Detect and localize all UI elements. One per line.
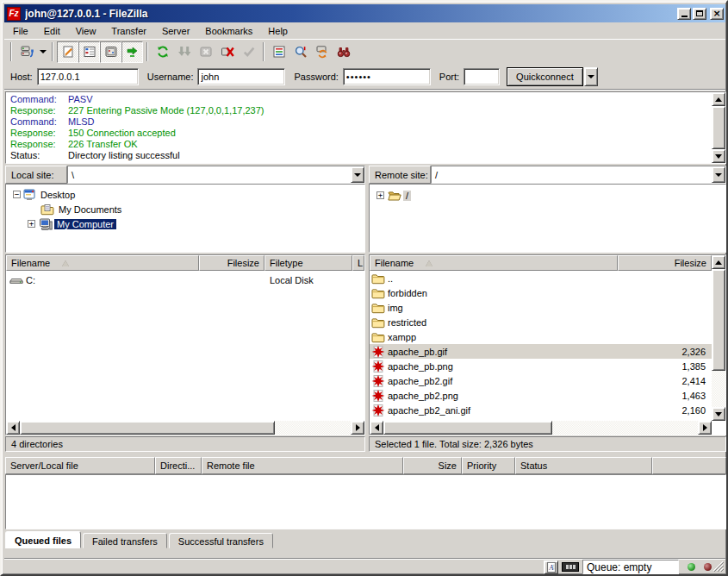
remote-dir-row[interactable]: forbidden xyxy=(370,285,712,300)
maximize-button[interactable] xyxy=(693,8,706,20)
cancel-operation-button[interactable] xyxy=(195,41,216,63)
local-site-combobox[interactable]: \ xyxy=(67,166,365,184)
tree-item-desktop[interactable]: − Desktop xyxy=(13,187,78,202)
title-bar[interactable]: Fz john@127.0.0.1 - FileZilla × xyxy=(4,4,725,22)
toolbar-grip[interactable] xyxy=(10,42,12,61)
remote-dir-row[interactable]: xampp xyxy=(370,329,712,344)
scroll-down-button[interactable] xyxy=(712,149,725,163)
disconnect-button[interactable] xyxy=(216,41,238,63)
scrollbar-thumb[interactable] xyxy=(712,106,725,149)
site-manager-dropdown-button[interactable] xyxy=(37,41,48,63)
tab-successful-transfers[interactable]: Successful transfers xyxy=(169,533,273,548)
menu-help[interactable]: Help xyxy=(260,24,296,38)
local-site-path[interactable]: \ xyxy=(68,166,351,183)
scrollbar-track[interactable] xyxy=(552,421,698,435)
resize-grip[interactable] xyxy=(712,560,724,572)
queue-column-remote-file[interactable]: Remote file xyxy=(202,457,403,474)
log-vertical-scrollbar[interactable] xyxy=(712,92,725,163)
scroll-right-button[interactable] xyxy=(351,421,364,435)
data-type-indicator[interactable] xyxy=(544,560,558,574)
tab-queued-files[interactable]: Queued files xyxy=(5,531,81,548)
refresh-button[interactable] xyxy=(152,41,173,63)
close-button[interactable]: × xyxy=(710,8,724,20)
remote-dir-row[interactable]: img xyxy=(370,300,712,315)
scroll-down-button[interactable] xyxy=(712,407,725,421)
port-input[interactable] xyxy=(464,68,500,85)
scroll-up-button[interactable] xyxy=(712,92,725,106)
maximize-icon xyxy=(696,10,703,16)
menu-view[interactable]: View xyxy=(68,24,104,38)
queue-column-priority[interactable]: Priority xyxy=(462,457,515,474)
transfer-queue-icon xyxy=(126,45,140,59)
site-manager-button[interactable] xyxy=(16,41,37,63)
local-column-filetype[interactable]: Filetype xyxy=(264,255,352,271)
queue-column-direction[interactable]: Directi... xyxy=(155,457,202,474)
host-input[interactable] xyxy=(37,68,139,85)
directory-comparison-button[interactable] xyxy=(289,41,311,63)
menu-transfer[interactable]: Transfer xyxy=(103,24,154,38)
reconnect-button[interactable] xyxy=(238,41,259,63)
local-horizontal-scrollbar[interactable] xyxy=(6,421,364,435)
queue-column-status[interactable]: Status xyxy=(515,457,652,474)
remote-column-filesize[interactable]: Filesize xyxy=(618,255,712,271)
local-column-last-modified[interactable]: L xyxy=(352,255,364,271)
scroll-right-button[interactable] xyxy=(698,421,712,435)
scrollbar-track[interactable] xyxy=(712,371,725,407)
remote-dir-row[interactable]: restricted xyxy=(370,315,712,329)
expand-icon[interactable]: + xyxy=(376,191,384,199)
local-site-dropdown-button[interactable] xyxy=(351,166,364,183)
queue-list[interactable] xyxy=(5,474,726,529)
username-input[interactable] xyxy=(197,68,285,85)
tree-item-root[interactable]: + / xyxy=(376,188,411,203)
remote-site-path[interactable]: / xyxy=(432,166,712,183)
remote-horizontal-scrollbar[interactable] xyxy=(370,421,712,435)
toggle-local-tree-button[interactable] xyxy=(78,41,100,63)
scrollbar-track[interactable] xyxy=(275,421,351,435)
menu-bookmarks[interactable]: Bookmarks xyxy=(197,24,260,38)
image-file-icon xyxy=(371,374,385,388)
find-files-button[interactable] xyxy=(333,41,354,63)
menu-server[interactable]: Server xyxy=(154,24,197,38)
tree-item-my-computer[interactable]: + My Computer xyxy=(28,216,116,231)
collapse-icon[interactable]: − xyxy=(13,191,21,198)
toggle-remote-tree-button[interactable] xyxy=(100,41,121,63)
speed-limits-icon[interactable] xyxy=(562,562,579,572)
toggle-message-log-button[interactable] xyxy=(57,41,78,63)
tree-item-my-documents[interactable]: My Documents xyxy=(39,202,124,216)
remote-file-row[interactable]: apache_pb.png1,385 xyxy=(370,359,712,373)
local-file-row[interactable]: C: Local Disk xyxy=(6,272,364,287)
menu-edit[interactable]: Edit xyxy=(36,24,68,38)
expand-icon[interactable]: + xyxy=(28,220,35,228)
remote-file-row-selected[interactable]: apache_pb.gif2,326 xyxy=(370,344,712,359)
scrollbar-thumb[interactable] xyxy=(20,421,275,435)
scrollbar-thumb[interactable] xyxy=(383,421,552,435)
toolbar-separator xyxy=(146,42,148,61)
remote-site-dropdown-button[interactable] xyxy=(712,166,725,183)
minimize-button[interactable] xyxy=(677,8,691,20)
remote-column-filename[interactable]: Filename xyxy=(370,255,618,271)
synchronized-browsing-button[interactable] xyxy=(311,41,333,63)
tab-failed-transfers[interactable]: Failed transfers xyxy=(83,533,167,548)
remote-site-combobox[interactable]: / xyxy=(431,166,726,184)
remote-file-row[interactable]: apache_pb2.png1,463 xyxy=(370,388,712,403)
queue-column-size[interactable]: Size xyxy=(403,457,462,474)
remote-file-row[interactable]: apache_pb2_ani.gif2,160 xyxy=(370,403,712,417)
quickconnect-button[interactable]: Quickconnect xyxy=(507,67,583,86)
remote-file-row[interactable]: apache_pb2.gif2,414 xyxy=(370,373,712,388)
remote-vertical-scrollbar[interactable] xyxy=(712,255,725,421)
scroll-up-button[interactable] xyxy=(712,255,725,269)
local-column-filesize[interactable]: Filesize xyxy=(199,255,264,271)
menu-file[interactable]: File xyxy=(5,24,36,38)
scroll-left-button[interactable] xyxy=(6,421,20,435)
remote-dir-row[interactable]: .. xyxy=(370,271,712,285)
process-queue-button[interactable] xyxy=(173,41,195,63)
quickconnect-dropdown-button[interactable] xyxy=(584,67,598,86)
password-input[interactable] xyxy=(343,68,431,85)
folder-icon xyxy=(371,286,385,300)
filter-button[interactable] xyxy=(268,41,289,63)
scroll-left-button[interactable] xyxy=(370,421,383,435)
scrollbar-thumb[interactable] xyxy=(712,269,725,371)
queue-column-server-local-file[interactable]: Server/Local file xyxy=(5,457,155,474)
local-column-filename[interactable]: Filename xyxy=(6,255,199,271)
toggle-queue-button[interactable] xyxy=(121,41,143,63)
